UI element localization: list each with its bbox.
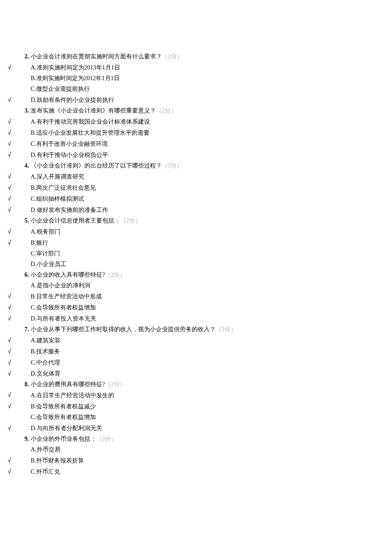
option-content: B.日常生产经营活动中形成 (29, 291, 102, 302)
question-stem: 小企业的外币业务包括： (31, 436, 96, 442)
option-content: C.微型企业需提前执行 (29, 84, 90, 94)
option-line: √A.建筑安装 (0, 335, 392, 346)
check-mark: √ (0, 401, 20, 411)
option-letter: A. (31, 392, 37, 399)
option-content: A.建筑安装 (29, 335, 61, 346)
option-line: √A.有利于推动完善我国企业会计标准体系建设 (0, 116, 392, 127)
option-text: 会导致所有者权益增加 (36, 304, 96, 311)
option-letter: A. (31, 173, 37, 180)
option-line: √B.适应小企业发展壮大和提升管理水平的需要 (0, 127, 392, 138)
question-stem: 小企业的收入具有哪些特征? (31, 272, 105, 278)
option-content: A.准则实施时间定为2013年1月1日 (29, 62, 120, 73)
option-text: 深入开展调查研究 (37, 173, 84, 180)
option-content: A.在日常生产经营活动中发生的 (29, 390, 114, 401)
option-letter: B. (31, 185, 36, 191)
option-text: 微型企业需提前执行 (36, 86, 90, 92)
option-letter: C. (31, 359, 36, 366)
check-mark: √ (0, 390, 20, 400)
option-text: 外币财务报表折算 (36, 457, 84, 464)
check-mark: √ (0, 149, 20, 160)
option-text: 在日常生产经营活动中发生的 (37, 392, 114, 399)
option-line: C.会导致所有者权益增加 (0, 412, 392, 422)
option-letter: D. (31, 152, 37, 158)
question-line: 8.小企业的费用具有哪些特征?（2分） (0, 379, 392, 390)
option-text: 与向所有者分配利润无关 (37, 425, 102, 431)
option-line: √A.深入开展调查研究 (0, 171, 392, 182)
option-line: √A.准则实施时间定为2013年1月1日 (0, 62, 392, 73)
option-letter: C. (31, 468, 36, 475)
option-line: D.小企业员工 (0, 259, 392, 269)
option-letter: B. (31, 240, 36, 246)
option-line: C.审计部门 (0, 248, 392, 259)
option-text: 外币汇兑 (36, 468, 60, 475)
option-content: B.会导致所有者权益减少 (29, 401, 96, 412)
question-content: 小企业会计信息使用者主要包括：（2分） (29, 215, 141, 226)
question-points: （2分） (216, 326, 236, 332)
question-content: 小企业的外币业务包括：（2分） (29, 434, 117, 444)
option-line: √D.鼓励有条件的小企业提前执行 (0, 94, 392, 105)
option-line: √A.税务部门 (0, 226, 392, 237)
option-text: 做好发布实施前的准备工作 (37, 207, 108, 213)
question-points: （2分） (162, 162, 183, 169)
check-mark: √ (0, 455, 20, 465)
check-mark: √ (0, 422, 20, 433)
question-line: 2.小企业会计准则在贯彻实施时间方面有什么要求？（2分） (0, 51, 392, 62)
option-text: 会导致所有者权益减少 (36, 403, 96, 410)
question-stem: 小企业会计信息使用者主要包括： (31, 217, 120, 224)
option-letter: C. (31, 250, 36, 257)
check-mark: √ (0, 302, 20, 312)
check-mark: √ (0, 368, 20, 379)
question-line: 9.小企业的外币业务包括：（2分） (0, 434, 392, 444)
question-points: （2分） (120, 217, 141, 224)
option-content: B.技术服务 (29, 346, 60, 357)
option-letter: D. (31, 97, 37, 103)
check-mark: √ (0, 171, 20, 182)
check-mark: √ (0, 127, 20, 138)
option-line: √B.银行 (0, 237, 392, 248)
option-text: 会导致所有者权益增加 (36, 414, 96, 420)
question-content: 小企业从事下列哪些工作时取得的收入，视为小企业提供劳务的收入？（2分） (29, 324, 236, 335)
option-content: C.有利于改善小企业融资环境 (29, 139, 108, 149)
option-content: C.会导致所有者权益增加 (29, 412, 96, 422)
option-letter: A. (31, 446, 37, 453)
question-content: 发布实施《小企业会计准则》有哪些重要意义？（2分） (29, 105, 177, 116)
option-letter: C. (31, 414, 36, 420)
option-content: A.有利于推动完善我国企业会计标准体系建设 (29, 116, 150, 127)
option-letter: A. (31, 119, 37, 125)
option-letter: B. (31, 293, 36, 300)
option-letter: B. (31, 75, 36, 81)
question-line: 6.小企业的收入具有哪些特征?（2分） (0, 269, 392, 280)
option-text: 日常生产经营活动中形成 (36, 293, 102, 300)
option-line: √D.文化体育 (0, 368, 392, 379)
option-content: D.文化体育 (29, 368, 61, 379)
option-text: 鼓励有条件的小企业提前执行 (37, 97, 114, 103)
option-text: 准则实施时间定为2013年1月1日 (37, 64, 120, 71)
option-line: B.准则实施时间定为2012年1月1日 (0, 73, 392, 84)
option-text: 税务部门 (37, 228, 61, 235)
option-content: D.小企业员工 (29, 259, 66, 269)
option-text: 外币交易 (37, 446, 61, 453)
check-mark: √ (0, 291, 20, 301)
check-mark: √ (0, 138, 20, 149)
option-content: D.与向所有者分配利润无关 (29, 423, 102, 434)
option-line: A.是指小企业的净利润 (0, 280, 392, 291)
option-text: 小企业员工 (37, 261, 66, 267)
check-mark: √ (0, 62, 20, 72)
option-letter: C. (31, 141, 36, 147)
option-line: √B.日常生产经营活动中形成 (0, 291, 392, 302)
option-letter: A. (31, 64, 37, 71)
option-content: C.会导致所有者权益增加 (29, 302, 96, 313)
option-text: 有利于推动小企业税负公平 (37, 152, 108, 158)
question-stem: 小企业会计准则在贯彻实施时间方面有什么要求？ (31, 53, 162, 60)
option-content: B.外币财务报表折算 (29, 455, 84, 466)
option-content: C.中介代理 (29, 357, 60, 368)
question-number: 4. (20, 160, 29, 171)
check-mark: √ (0, 335, 20, 345)
question-number: 9. (20, 434, 29, 444)
option-text: 技术服务 (36, 348, 60, 355)
option-line: √D.与所有者投入资本无关 (0, 313, 392, 324)
check-mark: √ (0, 313, 20, 324)
option-text: 审计部门 (36, 250, 60, 257)
option-text: 两次广泛征求社会意见 (36, 185, 96, 191)
option-letter: C. (31, 304, 36, 311)
